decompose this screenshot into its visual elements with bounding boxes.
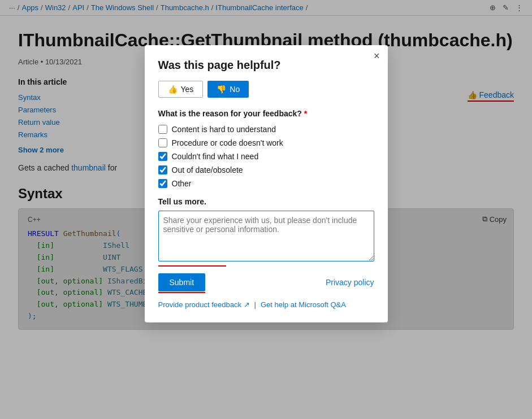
feedback-textarea[interactable] (158, 211, 374, 261)
checkbox-understand[interactable] (158, 125, 167, 134)
required-marker: * (304, 109, 307, 118)
yes-label: Yes (181, 85, 194, 94)
thumb-up-icon: 👍 (168, 85, 178, 94)
checkbox-item-2[interactable]: Procedure or code doesn't work (158, 138, 374, 147)
modal-title: Was this page helpful? (158, 59, 374, 72)
question-text: What is the reason for your feedback? (158, 109, 302, 118)
checkbox-outdated[interactable] (158, 165, 167, 174)
modal-links: Provide product feedback ↗ | Get help at… (158, 300, 374, 309)
modal-close-button[interactable]: × (374, 51, 380, 61)
feedback-modal: × Was this page helpful? 👍 Yes 👎 No What… (145, 45, 388, 322)
checkbox-find[interactable] (158, 152, 167, 161)
get-help-label: Get help at Microsoft Q&A (261, 300, 346, 309)
checkbox-procedure[interactable] (158, 138, 167, 147)
no-button[interactable]: 👎 No (207, 81, 249, 98)
checkbox-item-4[interactable]: Out of date/obsolete (158, 165, 374, 174)
checkbox-group: Content is hard to understand Procedure … (158, 125, 374, 188)
checkbox-other[interactable] (158, 179, 167, 188)
submit-button[interactable]: Submit (158, 273, 206, 291)
no-label: No (230, 85, 240, 94)
helpful-buttons-group: 👍 Yes 👎 No (158, 81, 374, 98)
checkbox-label-4: Out of date/obsolete (172, 165, 243, 174)
provide-feedback-label: Provide product feedback (158, 300, 241, 309)
get-help-link[interactable]: Get help at Microsoft Q&A (261, 300, 346, 309)
modal-footer: Submit Privacy policy (158, 273, 374, 291)
textarea-underline (158, 265, 226, 267)
tell-more-label: Tell us more. (158, 197, 374, 206)
yes-button[interactable]: 👍 Yes (158, 81, 204, 98)
checkbox-label-2: Procedure or code doesn't work (172, 138, 283, 147)
checkbox-item-5[interactable]: Other (158, 179, 374, 188)
modal-overlay: × Was this page helpful? 👍 Yes 👎 No What… (0, 0, 532, 419)
privacy-policy-link[interactable]: Privacy policy (326, 278, 374, 287)
thumb-down-icon: 👎 (217, 85, 226, 94)
checkbox-item-1[interactable]: Content is hard to understand (158, 125, 374, 134)
provide-feedback-link[interactable]: Provide product feedback ↗ (158, 300, 250, 309)
links-separator: | (254, 300, 256, 309)
checkbox-label-5: Other (172, 179, 192, 188)
feedback-question: What is the reason for your feedback? * (158, 109, 374, 118)
external-icon-1: ↗ (244, 300, 250, 309)
checkbox-label-3: Couldn't find what I need (172, 152, 259, 161)
checkbox-label-1: Content is hard to understand (172, 125, 276, 134)
checkbox-item-3[interactable]: Couldn't find what I need (158, 152, 374, 161)
